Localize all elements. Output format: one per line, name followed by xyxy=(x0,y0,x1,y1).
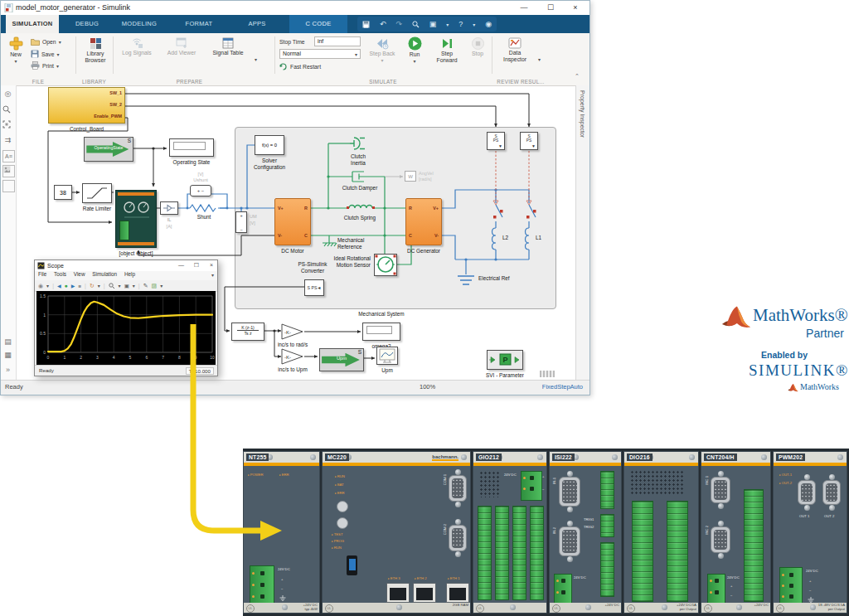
solver-configuration-label: Solver Configuration xyxy=(237,158,302,170)
inc-port xyxy=(711,521,730,559)
upm-scope-block[interactable] xyxy=(376,347,398,365)
simulink-ps-converter-2-block[interactable]: S PS▼ xyxy=(520,132,538,150)
discrete-tf-block[interactable]: K (z-1) Ts z xyxy=(231,323,264,341)
terminal-strip xyxy=(530,506,544,600)
mathworks-wordmark: MathWorks® xyxy=(753,305,848,326)
angvel-sensor-block[interactable]: W xyxy=(405,171,416,182)
bachmann-logo: bachmann. xyxy=(432,454,458,461)
scope-stop-icon[interactable]: ■ xyxy=(78,284,81,289)
gear-icon[interactable]: ◉ xyxy=(38,283,43,289)
um-label: UM xyxy=(250,214,257,220)
scope-menu-view[interactable]: View xyxy=(74,271,85,277)
led-grid xyxy=(479,471,499,497)
rotary-switch xyxy=(337,517,348,529)
simulink-ps-converter-1-block[interactable]: S PS▼ xyxy=(487,132,505,150)
scope-layout-icon[interactable]: ▣ xyxy=(124,283,129,289)
motion-sensor-icon xyxy=(375,255,396,275)
mathworks-branding: MathWorks® Partner Enabled by SIMULINK® … xyxy=(720,300,849,398)
ground-icon xyxy=(808,597,814,603)
um-unit: [V] xyxy=(250,221,255,226)
scope-menu-more-icon[interactable]: ▾ xyxy=(211,272,214,278)
power-connector xyxy=(779,567,803,605)
svg-text:3: 3 xyxy=(96,355,99,360)
inc-port xyxy=(711,471,730,509)
pwm-out-port xyxy=(798,474,816,511)
svg-text:7: 7 xyxy=(162,355,164,360)
scope-minimize-icon[interactable]: — xyxy=(178,262,184,268)
pwm202-block[interactable] xyxy=(115,190,157,248)
com-port xyxy=(449,469,467,507)
ushunt-voltmeter-block[interactable]: + − xyxy=(190,185,211,196)
motion-sensor-block[interactable] xyxy=(374,254,397,276)
cert-icon: UL xyxy=(776,604,784,613)
svi-parameter-block[interactable]: P xyxy=(487,350,523,370)
ps-simulink-converter-block[interactable]: S PS◄ xyxy=(304,279,324,296)
svg-text:5: 5 xyxy=(129,355,132,360)
current-sensor-label: IL xyxy=(160,217,178,223)
ushunt-label: Ushunt xyxy=(190,177,211,183)
rack-module-nt255: NT255 POWER ERR 24V DC + − UL+24V DC typ… xyxy=(243,451,320,614)
operating-state-display-block[interactable] xyxy=(169,138,214,157)
cert-icon: UL xyxy=(325,604,333,613)
pwm-module-stripe xyxy=(118,192,154,196)
dc-generator-block[interactable]: R C V+ V- xyxy=(405,198,442,245)
control-board-label: Control_Board xyxy=(48,126,125,133)
scope-menu-file[interactable]: File xyxy=(38,271,46,277)
scope-step-forward-icon[interactable]: ▶ xyxy=(71,283,75,289)
ushunt-unit: [V] xyxy=(190,172,211,177)
enabled-by-label: Enabled by xyxy=(761,350,808,360)
gain2-block[interactable]: -K- xyxy=(281,348,304,365)
scope-step-back-icon[interactable]: ◀ xyxy=(57,283,61,289)
hd15-port xyxy=(559,471,580,512)
um-voltmeter-block[interactable]: +− xyxy=(235,211,247,233)
connector-label: 24V DC xyxy=(278,567,290,571)
svg-text:0.5: 0.5 xyxy=(40,331,46,336)
svg-text:1: 1 xyxy=(43,313,46,318)
l2-label: L2 xyxy=(502,235,508,241)
scope-restore-icon[interactable]: ↻ xyxy=(90,283,95,289)
svg-text:9: 9 xyxy=(195,355,197,360)
cert-icon: UL xyxy=(476,604,484,613)
current-sensor-block[interactable] xyxy=(160,201,178,215)
scope-run-icon[interactable]: ● xyxy=(65,283,68,289)
svg-text:6: 6 xyxy=(145,355,148,360)
resize-grip[interactable] xyxy=(540,371,555,377)
status-solver[interactable]: FixedStepAuto xyxy=(542,383,583,390)
led-label: ERR xyxy=(279,473,289,477)
rate-limiter-label: Rate Limiter xyxy=(77,206,117,212)
clutch-spring-label: Clutch Spring xyxy=(335,215,385,221)
pwm-out-port xyxy=(822,474,841,511)
svg-text:8: 8 xyxy=(178,355,181,360)
scope-maximize-icon[interactable]: ☐ xyxy=(194,262,199,269)
scope-status-bar: Ready T=10.000 xyxy=(35,365,217,376)
scope-menu-tools[interactable]: Tools xyxy=(54,271,66,277)
scope-brush-icon[interactable]: ▨ xyxy=(152,283,158,289)
rate-limiter-block[interactable] xyxy=(82,183,112,203)
control-board-block[interactable]: SW_1 SW_2 Enable_PWM xyxy=(48,87,125,124)
operating-state-goto-block[interactable]: OperatingState S xyxy=(84,137,133,162)
scope-menu-simulation[interactable]: Simulation xyxy=(92,271,117,277)
omega2-display-block[interactable] xyxy=(362,323,400,341)
scope-close-icon[interactable]: × xyxy=(210,262,213,268)
scope-status-time: T=10.000 xyxy=(186,367,214,375)
ps-simulink-label: PS-Simulink Converter xyxy=(286,261,339,274)
scope-menu-help[interactable]: Help xyxy=(124,271,135,277)
gain1-block[interactable]: -K- xyxy=(281,323,304,340)
scope-zoom-icon[interactable] xyxy=(109,283,115,289)
eth-port xyxy=(446,583,469,603)
scope-title-bar: Scope — ☐ × xyxy=(35,260,217,271)
solver-configuration-block[interactable]: f(x) = 0 xyxy=(255,135,284,155)
electrical-ref-label: Electrical Ref xyxy=(478,275,510,282)
terminal-strip xyxy=(632,501,653,602)
svg-text:4: 4 xyxy=(113,355,115,360)
power-connector xyxy=(521,471,542,501)
usb-port xyxy=(347,555,357,575)
scope-cursor-icon[interactable]: ✎ xyxy=(143,283,148,289)
goto-upm-block[interactable]: Upm S xyxy=(319,348,364,371)
scope-block-icon xyxy=(377,347,397,364)
svi-parameter-icon: P xyxy=(488,351,522,369)
terminal-strip xyxy=(495,506,509,600)
dc-motor-block[interactable]: V+ V- R C xyxy=(274,198,311,245)
current-sensor-icon xyxy=(161,202,177,214)
constant-block[interactable]: 38 xyxy=(54,185,72,200)
